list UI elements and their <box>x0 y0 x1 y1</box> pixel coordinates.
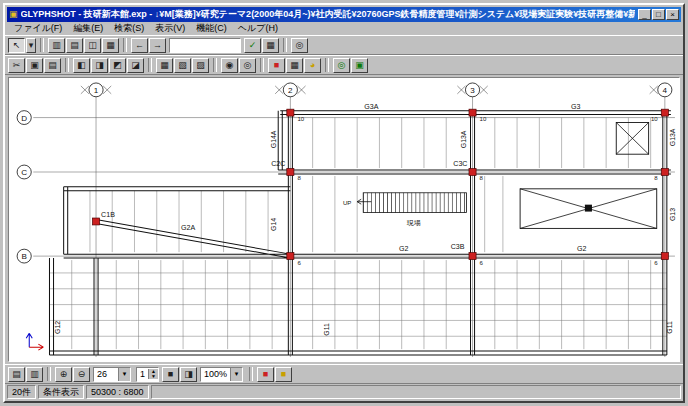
grid-col-label: 2 <box>288 86 293 95</box>
view-tool-icon[interactable]: ◫ <box>84 38 101 53</box>
menubar: ファイル(F) 編集(E) 検索(S) 表示(V) 機能(C) ヘルプ(H) <box>5 22 683 35</box>
cut-icon[interactable]: ✂ <box>8 58 25 73</box>
measure-point[interactable] <box>92 218 99 225</box>
measure-point[interactable] <box>287 169 294 176</box>
command-input[interactable] <box>169 38 241 53</box>
measure-grid-button[interactable]: ▦ <box>286 58 303 73</box>
menu-file[interactable]: ファイル(F) <box>9 22 67 35</box>
marker-yellow-button[interactable]: ◕ <box>304 58 321 73</box>
pattern-tool-icon[interactable]: ▨ <box>192 58 209 73</box>
info-button[interactable]: ◎ <box>291 38 308 53</box>
chevron-down-icon[interactable]: ▾ <box>230 368 242 381</box>
separator <box>213 58 217 72</box>
fill-half-button[interactable]: ◨ <box>180 367 197 382</box>
up-note: UP <box>343 200 351 206</box>
find-next-icon[interactable]: ◎ <box>239 58 256 73</box>
scale-spinner-value: 1 <box>137 369 148 379</box>
close-button[interactable]: × <box>666 9 679 20</box>
point-number: 8 <box>480 175 484 181</box>
grid-col-label: 3 <box>470 86 475 95</box>
align-top-icon[interactable]: ◩ <box>109 58 126 73</box>
drawing-area[interactable]: 1 2 3 4 D C B <box>8 77 680 362</box>
undo-button[interactable]: ← <box>131 38 148 53</box>
maximize-button[interactable]: □ <box>652 9 665 20</box>
marker-red-button[interactable]: ■ <box>268 58 285 73</box>
apply-check-button[interactable]: ✓ <box>244 38 261 53</box>
beam-label: G11 <box>666 321 673 334</box>
zoom-combo[interactable]: 26 ▾ <box>93 367 131 382</box>
find-icon[interactable]: ◉ <box>221 58 238 73</box>
align-bottom-icon[interactable]: ◪ <box>127 58 144 73</box>
align-right-icon[interactable]: ◨ <box>91 58 108 73</box>
grid-row-label: B <box>21 252 26 261</box>
align-left-icon[interactable]: ◧ <box>73 58 90 73</box>
select-dropdown-icon[interactable]: ▾ <box>26 38 36 53</box>
point-number: 8 <box>654 175 658 181</box>
measure-point[interactable] <box>661 253 668 260</box>
separator <box>148 58 152 72</box>
grid-tool-icon[interactable]: ▦ <box>102 38 119 53</box>
zoom-in-icon[interactable]: ⊕ <box>55 367 72 382</box>
layer-tool-icon[interactable]: ▥ <box>48 38 65 53</box>
measure-point[interactable] <box>287 253 294 260</box>
display-scale-combo[interactable]: 100% ▾ <box>200 367 243 382</box>
statusbar: 20件 条件表示 50300 : 6800 <box>5 384 683 401</box>
beam-label: G12 <box>54 321 61 334</box>
grid-bubbles: 1 2 3 4 D C B <box>17 83 672 263</box>
separator <box>325 58 329 72</box>
separator <box>123 38 127 52</box>
grid-row-label: C <box>21 168 27 177</box>
column-label: C3B <box>451 243 465 250</box>
zoom-out-icon[interactable]: ⊖ <box>73 367 90 382</box>
yellow-point-button[interactable]: ■ <box>275 367 292 382</box>
menu-function[interactable]: 機能(C) <box>191 22 232 35</box>
toolbar-bottom: ▤ ▥ ⊕ ⊖ 26 ▾ 1 ▲▼ ■ ◨ 100% ▾ ■ ■ <box>5 364 683 384</box>
menu-search[interactable]: 検索(S) <box>109 22 149 35</box>
column-label: C3C <box>453 160 467 167</box>
beam-label: G2 <box>577 245 587 252</box>
minimize-button[interactable]: _ <box>638 9 651 20</box>
column-label: C2C <box>271 160 285 167</box>
status-coordinates: 50300 : 6800 <box>86 385 149 399</box>
separator <box>47 367 51 381</box>
titlebar: ▣ GLYPHSHOT - 技研新本館.exp - ↓¥M[業務]¥研究テーマ2… <box>7 7 681 22</box>
menu-edit[interactable]: 編集(E) <box>68 22 108 35</box>
point-number: 6 <box>480 260 484 266</box>
column-label: C1B <box>101 211 115 218</box>
joist-lines <box>49 118 666 350</box>
list-tool-icon[interactable]: ▤ <box>66 38 83 53</box>
point-number: 10 <box>651 116 658 122</box>
measure-point[interactable] <box>661 109 668 116</box>
chevron-down-icon[interactable]: ▾ <box>118 368 130 381</box>
paste-icon[interactable]: ▤ <box>44 58 61 73</box>
zoom-value: 26 <box>94 369 118 379</box>
target-green-button[interactable]: ◎ <box>333 58 350 73</box>
measure-point[interactable] <box>469 169 476 176</box>
pan-button[interactable]: ▤ <box>8 367 25 382</box>
measure-point[interactable] <box>287 109 294 116</box>
separator <box>260 58 264 72</box>
red-point-button[interactable]: ■ <box>257 367 274 382</box>
menu-view[interactable]: 表示(V) <box>150 22 190 35</box>
measure-point[interactable] <box>469 109 476 116</box>
point-number: 6 <box>297 260 301 266</box>
beam-lines <box>49 111 670 355</box>
app-window: ▣ GLYPHSHOT - 技研新本館.exp - ↓¥M[業務]¥研究テーマ2… <box>3 3 685 403</box>
panel-green-button[interactable]: ▣ <box>351 58 368 73</box>
copy-icon[interactable]: ▣ <box>26 58 43 73</box>
select-tool-button[interactable]: ↖ <box>8 38 25 53</box>
fit-view-button[interactable]: ▥ <box>26 367 43 382</box>
scale-spinner[interactable]: 1 ▲▼ <box>136 367 159 382</box>
fill-solid-button[interactable]: ■ <box>162 367 179 382</box>
hatch-tool-icon[interactable]: ▦ <box>156 58 173 73</box>
fill-tool-icon[interactable]: ▧ <box>174 58 191 73</box>
drawing-canvas[interactable]: 1 2 3 4 D C B <box>9 78 679 361</box>
measure-point[interactable] <box>661 169 668 176</box>
spinner-arrows-icon[interactable]: ▲▼ <box>148 369 158 379</box>
measure-point[interactable] <box>469 253 476 260</box>
menu-help[interactable]: ヘルプ(H) <box>233 22 283 35</box>
axis-indicator-icon <box>26 333 43 350</box>
table-button[interactable]: ▦ <box>262 38 279 53</box>
redo-button[interactable]: → <box>149 38 166 53</box>
separator <box>249 367 253 381</box>
